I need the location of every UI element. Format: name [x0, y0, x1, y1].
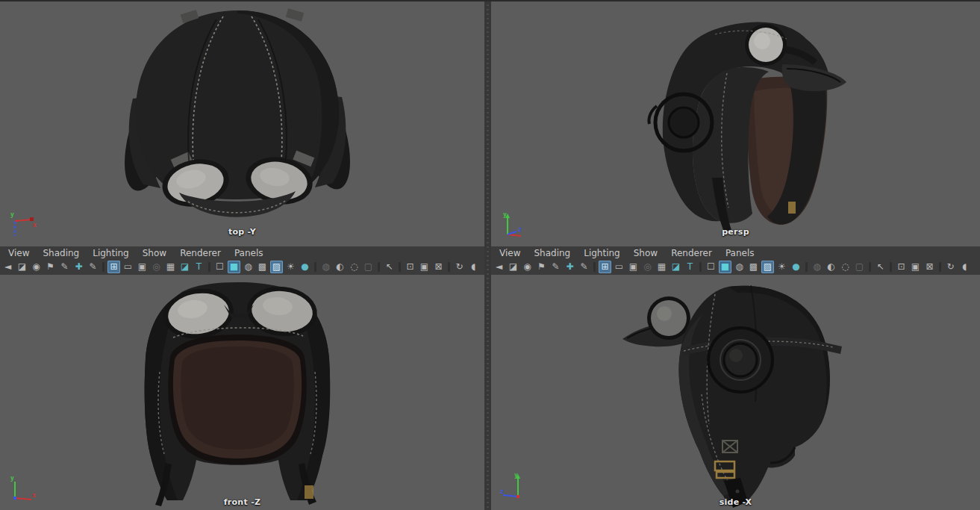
- select-tool-icon[interactable]: ↖: [383, 261, 396, 273]
- wireframe-cube-icon[interactable]: ☐: [213, 261, 226, 273]
- svg-text:y: y: [503, 211, 507, 218]
- toolbar-separator: [314, 262, 316, 272]
- gate-mask-icon[interactable]: ◎: [641, 261, 654, 273]
- menu-show[interactable]: Show: [136, 248, 173, 258]
- lock-camera-icon[interactable]: ◪: [507, 261, 519, 273]
- viewport-front[interactable]: y x front -Z: [0, 275, 484, 510]
- greasepencil-icon[interactable]: ✎: [87, 261, 99, 273]
- textured-sphere-icon[interactable]: ◍: [242, 261, 255, 273]
- multisample-icon[interactable]: ▢: [853, 261, 866, 273]
- refresh-icon[interactable]: ↻: [944, 261, 957, 273]
- helmet-model-top-view[interactable]: [0, 1, 484, 246]
- viewport-side[interactable]: y z side -X: [491, 275, 980, 510]
- menu-lighting[interactable]: Lighting: [86, 248, 136, 258]
- menu-shading[interactable]: Shading: [36, 248, 86, 258]
- svg-text:z: z: [500, 488, 504, 495]
- image-icon[interactable]: ◪: [670, 261, 682, 273]
- axis-gizmo-top: y x: [7, 209, 39, 240]
- select-camera-icon[interactable]: ◄: [493, 261, 505, 273]
- axis-gizmo-front: y x: [7, 473, 39, 504]
- pan-zoom-icon[interactable]: ✚: [564, 261, 576, 273]
- viewport-top[interactable]: y x top -Y: [0, 1, 484, 246]
- shadows-icon[interactable]: ◍: [811, 261, 823, 273]
- checker-icon[interactable]: ▨: [761, 261, 774, 273]
- pan-zoom-icon[interactable]: ✚: [72, 261, 85, 273]
- maya-four-view-layout: y x top -Y: [0, 0, 980, 510]
- image-icon[interactable]: ◪: [178, 261, 191, 273]
- resolution-gate-icon[interactable]: ▣: [136, 261, 149, 273]
- motion-blur-icon[interactable]: ◌: [348, 261, 361, 273]
- svg-text:x: x: [33, 222, 37, 228]
- bookmark-icon[interactable]: ⚑: [535, 261, 548, 273]
- checker-icon[interactable]: ▨: [270, 261, 283, 273]
- snapshot-icon[interactable]: ▣: [909, 261, 922, 273]
- toolbar-separator: [699, 262, 702, 272]
- svg-text:x: x: [32, 492, 36, 499]
- field-chart-icon[interactable]: ▦: [164, 261, 177, 273]
- textured-cube-icon[interactable]: ▩: [256, 261, 269, 273]
- menu-shading[interactable]: Shading: [527, 248, 577, 258]
- menu-renderer[interactable]: Renderer: [664, 248, 719, 258]
- camera-attributes-icon[interactable]: ◉: [521, 261, 534, 273]
- helmet-model-front-view[interactable]: [0, 275, 484, 510]
- toolbar-separator: [399, 262, 401, 272]
- occlusion-icon[interactable]: ◐: [334, 261, 346, 273]
- partial-icon[interactable]: ◖: [958, 261, 971, 273]
- material-icon[interactable]: ●: [299, 261, 311, 273]
- crop-region-icon[interactable]: ⊠: [923, 261, 936, 273]
- menu-renderer[interactable]: Renderer: [173, 248, 228, 258]
- pane-divider[interactable]: [484, 0, 491, 510]
- multisample-icon[interactable]: ▢: [362, 261, 375, 273]
- crop-region-icon[interactable]: ⊠: [432, 261, 445, 273]
- viewport-label-side: side -X: [720, 497, 752, 507]
- textured-cube-icon[interactable]: ▩: [747, 261, 760, 273]
- refresh-icon[interactable]: ↻: [453, 261, 466, 273]
- panel-iconbar-left: ◄◪◉⚑✎✚✎⊞▭▣◎▦◪T☐■◍▩▨☀●◍◐◌▢↖⊡▣⊠↻◖: [0, 259, 484, 275]
- image-plane-icon[interactable]: ✎: [549, 261, 562, 273]
- helmet-model-side-view[interactable]: [491, 275, 980, 510]
- isolate-select-icon[interactable]: ⊡: [404, 261, 416, 273]
- grid-icon[interactable]: ⊞: [107, 261, 120, 273]
- toolbar-separator: [805, 262, 808, 272]
- select-camera-icon[interactable]: ◄: [1, 261, 14, 273]
- hud-icon[interactable]: T: [684, 261, 696, 273]
- shaded-cube-icon[interactable]: ■: [719, 261, 731, 273]
- snapshot-icon[interactable]: ▣: [418, 261, 431, 273]
- menu-show[interactable]: Show: [627, 248, 664, 258]
- select-tool-icon[interactable]: ↖: [874, 261, 887, 273]
- helmet-model-persp-view[interactable]: [491, 1, 980, 246]
- gate-mask-icon[interactable]: ◎: [150, 261, 163, 273]
- film-gate-icon[interactable]: ▭: [122, 261, 134, 273]
- greasepencil-icon[interactable]: ✎: [578, 261, 590, 273]
- bookmark-icon[interactable]: ⚑: [44, 261, 57, 273]
- viewport-label-persp: persp: [722, 227, 749, 237]
- light-icon[interactable]: ☀: [284, 261, 297, 273]
- field-chart-icon[interactable]: ▦: [655, 261, 668, 273]
- viewport-persp[interactable]: y z persp: [491, 1, 980, 246]
- occlusion-icon[interactable]: ◐: [825, 261, 837, 273]
- shadows-icon[interactable]: ◍: [319, 261, 332, 273]
- material-icon[interactable]: ●: [790, 261, 802, 273]
- wireframe-cube-icon[interactable]: ☐: [705, 261, 717, 273]
- lock-camera-icon[interactable]: ◪: [16, 261, 28, 273]
- menu-panels[interactable]: Panels: [719, 248, 761, 258]
- toolbar-separator: [869, 262, 871, 272]
- camera-attributes-icon[interactable]: ◉: [30, 261, 43, 273]
- resolution-gate-icon[interactable]: ▣: [627, 261, 640, 273]
- motion-blur-icon[interactable]: ◌: [839, 261, 852, 273]
- partial-icon[interactable]: ◖: [467, 261, 480, 273]
- light-icon[interactable]: ☀: [775, 261, 788, 273]
- menu-panels[interactable]: Panels: [228, 248, 270, 258]
- isolate-select-icon[interactable]: ⊡: [895, 261, 908, 273]
- menu-view[interactable]: View: [493, 248, 527, 258]
- menu-lighting[interactable]: Lighting: [577, 248, 627, 258]
- shaded-cube-icon[interactable]: ■: [228, 261, 240, 273]
- svg-text:z: z: [518, 226, 522, 233]
- hud-icon[interactable]: T: [193, 261, 205, 273]
- film-gate-icon[interactable]: ▭: [613, 261, 625, 273]
- image-plane-icon[interactable]: ✎: [58, 261, 71, 273]
- grid-icon[interactable]: ⊞: [599, 261, 611, 273]
- textured-sphere-icon[interactable]: ◍: [733, 261, 746, 273]
- viewport-label-front: front -Z: [224, 497, 261, 507]
- menu-view[interactable]: View: [1, 248, 36, 258]
